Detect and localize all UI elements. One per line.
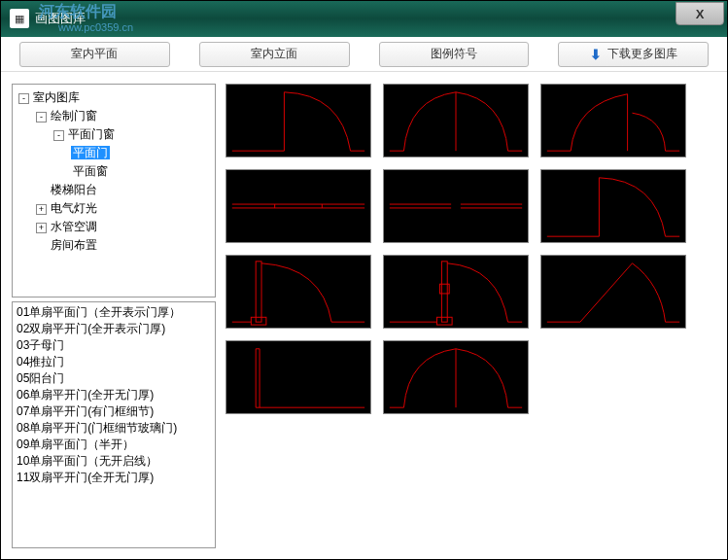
tree-node-plan-window[interactable]: 平面窗: [15, 162, 213, 181]
list-item[interactable]: 05阳台门: [17, 370, 211, 387]
toolbar: 室内平面 室内立面 图例符号 ⬇ 下载更多图库: [0, 37, 728, 72]
tree-view[interactable]: -室内图库 -绘制门窗 -平面门窗 平面门 平面窗 楼梯阳台 +电气灯光 +水管…: [12, 84, 216, 298]
item-list[interactable]: 01单扇平面门（全开表示门厚） 02双扇平开门(全开表示门厚) 03子母门 04…: [12, 301, 216, 548]
svg-rect-25: [437, 317, 453, 325]
collapse-icon[interactable]: -: [36, 112, 47, 122]
tree-node-stairs[interactable]: 楼梯阳台: [15, 181, 213, 199]
list-item[interactable]: 01单扇平面门（全开表示门厚）: [17, 304, 211, 321]
thumbnail[interactable]: [383, 169, 529, 243]
list-item[interactable]: 06单扇平开门(全开无门厚): [17, 387, 211, 403]
svg-rect-21: [251, 317, 266, 325]
tree-node-plan-dw[interactable]: -平面门窗: [15, 125, 213, 144]
content-area: -室内图库 -绘制门窗 -平面门窗 平面门 平面窗 楼梯阳台 +电气灯光 +水管…: [0, 72, 728, 560]
tree-node-room-layout[interactable]: 房间布置: [15, 236, 213, 255]
tab-download-label: 下载更多图库: [607, 46, 677, 62]
thumbnail[interactable]: [225, 255, 371, 329]
thumbnail[interactable]: [225, 340, 371, 414]
tab-download-more[interactable]: ⬇ 下载更多图库: [558, 42, 709, 67]
tab-indoor-plan[interactable]: 室内平面: [19, 42, 170, 67]
app-icon: ▦: [10, 9, 29, 28]
list-item[interactable]: 02双扇平开门(全开表示门厚): [17, 321, 211, 337]
list-item[interactable]: 04推拉门: [17, 354, 211, 370]
tree-node-doors-windows[interactable]: -绘制门窗: [15, 107, 213, 125]
svg-line-30: [580, 263, 633, 322]
expand-icon[interactable]: +: [36, 223, 47, 233]
titlebar: ▦ 画图图库 河东软件园 www.pc0359.cn X: [0, 0, 728, 37]
tree-node-plumbing[interactable]: +水管空调: [15, 218, 213, 236]
svg-rect-24: [441, 262, 447, 322]
left-panel: -室内图库 -绘制门窗 -平面门窗 平面门 平面窗 楼梯阳台 +电气灯光 +水管…: [12, 84, 216, 548]
collapse-icon[interactable]: -: [53, 130, 64, 141]
thumbnail-grid: [225, 84, 716, 548]
thumbnail[interactable]: [383, 340, 529, 414]
thumbnail[interactable]: [383, 255, 529, 329]
list-item[interactable]: 11双扇平开门(全开无门厚): [17, 470, 211, 486]
tree-node-electrical[interactable]: +电气灯光: [15, 199, 213, 218]
thumbnail[interactable]: [225, 169, 371, 243]
svg-rect-20: [256, 262, 261, 322]
thumbnail[interactable]: [540, 169, 686, 243]
tree-node-root[interactable]: -室内图库: [15, 88, 213, 107]
thumbnail[interactable]: [225, 84, 371, 158]
list-item[interactable]: 03子母门: [17, 337, 211, 354]
list-item[interactable]: 08单扇平开门(门框细节玻璃门): [17, 420, 211, 437]
tab-indoor-elevation[interactable]: 室内立面: [199, 42, 350, 67]
tree-node-plan-door[interactable]: 平面门: [15, 144, 213, 162]
window-title: 画图图库: [35, 10, 86, 27]
list-item[interactable]: 10单扇平面门（无开启线）: [17, 453, 211, 470]
close-button[interactable]: X: [676, 2, 724, 25]
list-item[interactable]: 07单扇平开门(有门框细节): [17, 403, 211, 420]
collapse-icon[interactable]: -: [18, 93, 29, 104]
list-item[interactable]: 09单扇平面门（半开）: [17, 437, 211, 453]
tab-legend-symbols[interactable]: 图例符号: [379, 42, 530, 67]
download-icon: ⬇: [590, 47, 602, 62]
thumbnail[interactable]: [540, 255, 686, 329]
expand-icon[interactable]: +: [36, 204, 47, 215]
thumbnail[interactable]: [383, 84, 529, 158]
thumbnail[interactable]: [540, 84, 686, 158]
